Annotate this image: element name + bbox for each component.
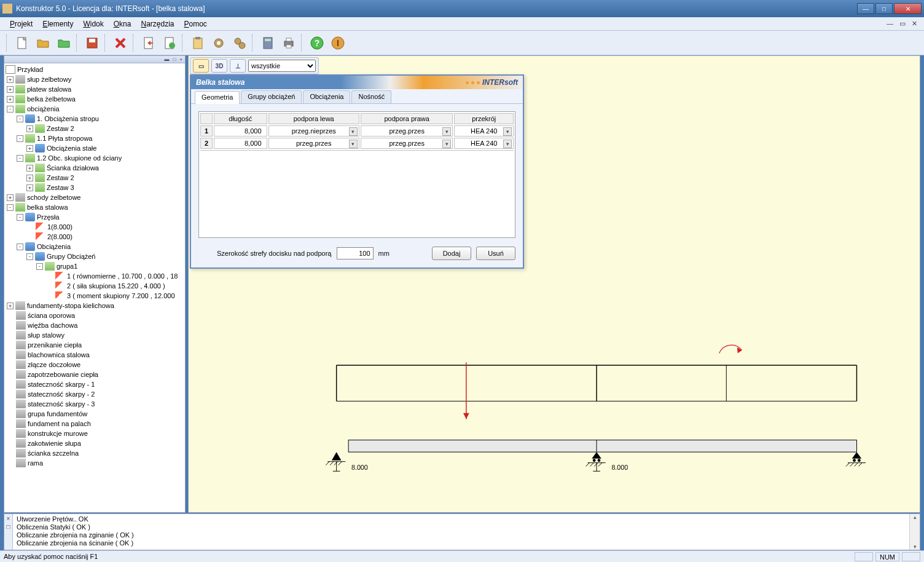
menu-elementy[interactable]: Elementy	[37, 18, 78, 30]
svg-rect-14	[265, 39, 271, 41]
project-tree[interactable]: Przykład +słup żelbetowy +płatew stalowa…	[4, 63, 185, 512]
geometry-table[interactable]: długość podpora lewa podpora prawa przek…	[198, 111, 515, 238]
svg-marker-52	[852, 452, 862, 459]
status-help: Aby uzyskać pomoc naciśnij F1	[4, 553, 98, 560]
tree-panel-header: ▬ □ ×	[4, 56, 185, 63]
tree-panel-pin[interactable]: □	[171, 57, 177, 62]
col-podpora-lewa: podpora lewa	[268, 113, 359, 124]
width-unit: mm	[378, 250, 390, 257]
svg-rect-7	[194, 38, 202, 49]
delete-button[interactable]	[111, 33, 130, 53]
svg-rect-16	[286, 38, 291, 41]
menu-widok[interactable]: Widok	[78, 18, 108, 30]
new-button[interactable]	[12, 33, 32, 53]
help-button[interactable]: ?	[307, 33, 327, 53]
svg-line-57	[850, 463, 854, 467]
doc-arrow-button[interactable]	[139, 33, 159, 53]
dim-2: 8.000	[611, 464, 628, 471]
log-vscroll[interactable]: ▴▾	[909, 514, 920, 550]
titlebar: Konstruktor 5.0 - Licencja dla: INTERsof…	[0, 0, 924, 17]
print-button[interactable]	[279, 33, 299, 53]
tree-panel-dock[interactable]: ▬	[163, 57, 170, 62]
width-label: Szerokość strefy docisku nad podporą	[217, 250, 332, 257]
save-button[interactable]	[82, 33, 102, 53]
svg-marker-42	[592, 452, 601, 459]
add-button[interactable]: Dodaj	[432, 247, 471, 260]
svg-point-44	[598, 459, 601, 462]
log-line: Obliczenia Statyki ( OK )	[17, 523, 906, 531]
svg-text:?: ?	[315, 38, 320, 48]
maximize-button[interactable]: □	[875, 3, 893, 14]
svg-line-39	[339, 462, 342, 465]
log-pin[interactable]: □	[6, 523, 10, 530]
log-line: Utworzenie Prętów.. OK	[17, 515, 906, 523]
minimize-button[interactable]: —	[857, 3, 874, 14]
menu-narzedzia[interactable]: Narzędzia	[136, 18, 179, 30]
window-title: Konstruktor 5.0 - Licencja dla: INTERsof…	[16, 4, 205, 13]
beam-dialog: Belka stalowa INTERsoft Geometria Grupy …	[190, 74, 524, 269]
tab-nosnosc[interactable]: Nośność	[351, 90, 391, 103]
svg-rect-32	[348, 440, 856, 452]
svg-line-36	[326, 462, 329, 465]
gear1-button[interactable]	[209, 33, 229, 53]
tab-obciazenia[interactable]: Obciążenia	[303, 90, 350, 103]
table-row[interactable]: 2 8,000 przeg.przes przeg.przes HEA 240	[200, 138, 514, 149]
svg-line-47	[590, 463, 593, 467]
info-button[interactable]: I	[328, 33, 348, 53]
svg-text:I: I	[337, 38, 339, 48]
gear2-button[interactable]	[230, 33, 249, 53]
open-button[interactable]	[33, 33, 53, 53]
log-line: Obliczanie zbrojenia na ścinanie ( OK )	[17, 539, 906, 547]
mdi-minimize[interactable]: —	[885, 20, 895, 28]
open-green-button[interactable]	[54, 33, 74, 53]
doc-green-button[interactable]	[160, 33, 179, 53]
app-icon	[2, 4, 12, 14]
dialog-titlebar[interactable]: Belka stalowa INTERsoft	[191, 76, 523, 89]
col-przekroj: przekrój	[454, 113, 514, 124]
remove-button[interactable]: Usuń	[476, 247, 515, 260]
svg-line-46	[586, 463, 590, 467]
mdi-restore[interactable]: ▭	[898, 20, 907, 28]
svg-point-10	[217, 41, 221, 45]
col-podpora-prawa: podpora prawa	[361, 113, 453, 124]
tab-geometria[interactable]: Geometria	[195, 91, 240, 104]
menu-okna[interactable]: Okna	[109, 18, 136, 30]
brand-label: INTERsoft	[482, 78, 518, 87]
support-roller-icon	[586, 452, 606, 471]
mdi-close[interactable]: ✕	[910, 20, 919, 28]
menu-projekt[interactable]: Projekt	[5, 18, 37, 30]
svg-rect-17	[286, 45, 291, 48]
main-toolbar: ? I	[0, 31, 924, 55]
menubar: Projekt Elementy Widok Okna Narzędzia Po…	[0, 17, 924, 31]
svg-line-59	[858, 463, 862, 467]
view-3d-button[interactable]: 3D	[211, 59, 227, 73]
svg-point-53	[853, 459, 856, 462]
log-panel: × □ Utworzenie Prętów.. OK Obliczenia St…	[4, 513, 920, 550]
main-canvas: ▭ 3D ⊥ wszystkie Belka stalowa INTERsoft…	[188, 55, 920, 513]
width-input[interactable]	[337, 247, 374, 259]
tree-panel-close[interactable]: ×	[178, 57, 184, 62]
svg-rect-8	[195, 37, 200, 39]
svg-marker-29	[463, 413, 469, 419]
dialog-title: Belka stalowa	[196, 78, 245, 87]
tab-grupy[interactable]: Grupy obciążeń	[241, 90, 302, 103]
beam-canvas: 8.000 8.000	[250, 320, 901, 500]
svg-line-56	[846, 463, 850, 467]
svg-line-38	[334, 462, 338, 465]
calculator-button[interactable]	[258, 33, 278, 53]
project-tree-panel: ▬ □ × Przykład +słup żelbetowy +płatew s…	[4, 55, 186, 513]
menu-pomoc[interactable]: Pomoc	[179, 18, 211, 30]
view-chart-button[interactable]: ⊥	[230, 59, 246, 73]
close-button[interactable]: ✕	[894, 3, 922, 14]
svg-point-12	[239, 42, 245, 49]
log-line: Obliczanie zbrojenia na zginanie ( OK )	[17, 531, 906, 539]
dim-1: 8.000	[351, 464, 368, 471]
clipboard-button[interactable]	[188, 33, 208, 53]
svg-point-43	[593, 459, 596, 462]
svg-marker-34	[332, 452, 342, 461]
canvas-toolbar: ▭ 3D ⊥ wszystkie	[190, 57, 319, 74]
log-close[interactable]: ×	[7, 515, 10, 522]
filter-select[interactable]: wszystkie	[248, 60, 316, 72]
table-row[interactable]: 1 8,000 przeg.nieprzes przeg.przes HEA 2…	[200, 125, 514, 137]
view-2d-button[interactable]: ▭	[193, 59, 209, 73]
